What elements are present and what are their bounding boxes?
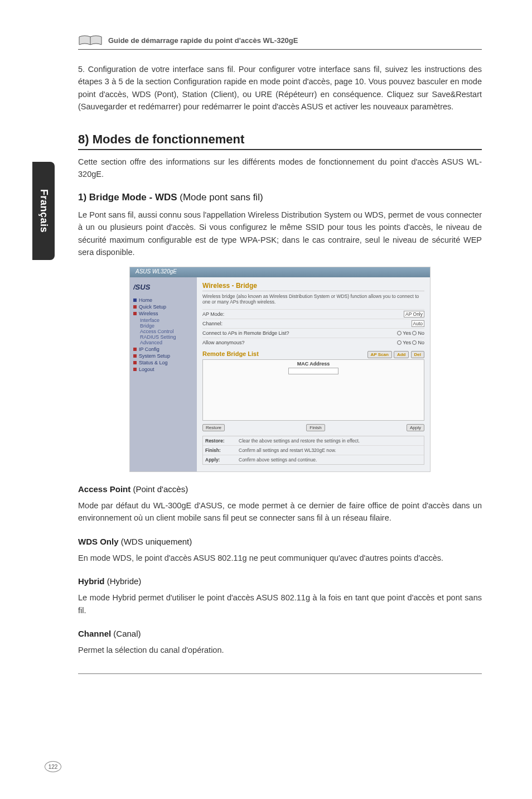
sidebar-item-interface[interactable]: Interface [133,317,194,323]
del-button[interactable]: Del [411,351,424,358]
header: Guide de démarrage rapide du point d'acc… [78,33,482,47]
asus-logo: /SUS [133,283,167,293]
sidebar-item-home[interactable]: Home [133,297,194,303]
wds-only-heading: WDS Only (WDS uniquement) [78,537,482,546]
table-row: Restore:Clear the above settings and res… [203,436,424,445]
dot-icon [133,348,137,351]
ss-row-channel: Channel: Auto [202,319,424,328]
wds-bold: WDS Only [78,537,119,546]
wds-only-para: En mode WDS, le point d'accès ASUS 802.1… [78,552,482,564]
hybrid-rest: (Hybride) [105,576,142,586]
language-tab: Français [32,162,55,260]
ss-title-text: ASUS WL320gE [130,267,430,275]
ss-apmode-label: AP Mode: [202,311,224,317]
footer-rule [78,673,482,674]
channel-bold: Channel [78,629,111,638]
page-number: 122 [49,764,58,770]
sidebar-item-wireless[interactable]: Wireless [133,311,194,316]
sidebar-item-label: Wireless [139,311,158,316]
radio-no[interactable] [412,331,417,335]
bridge-mode-heading: 1) Bridge Mode - WDS (Mode pont sans fil… [78,192,482,203]
ss-no-label: No [418,340,424,345]
hybrid-bold: Hybrid [78,576,105,586]
help-finish-label: Finish: [203,446,236,455]
channel-heading: Channel (Canal) [78,629,482,638]
ss-main-panel: Wireless - Bridge Wireless bridge (also … [197,277,430,471]
guide-title: Guide de démarrage rapide du point d'acc… [108,36,298,45]
sidebar-item-label: Home [139,297,152,303]
sidebar-item-radius[interactable]: RADIUS Setting [133,334,194,340]
paragraph-step5: 5. Configuration de votre interface sans… [78,63,482,113]
sidebar-item-ipconfig[interactable]: IP Config [133,346,194,352]
dot-icon [133,312,137,315]
sidebar-item-label: Status & Log [139,360,168,365]
table-row: Finish:Confirm all settings and restart … [203,445,424,455]
ss-mac-label: MAC Address [203,360,424,367]
sidebar-item-label: Quick Setup [139,304,166,310]
ss-channel-select[interactable]: Auto [412,321,425,326]
ap-rest: (Point d'accès) [130,484,188,494]
table-row: Apply:Confirm above settings and continu… [203,455,424,464]
ap-bold: Access Point [78,484,130,494]
ss-yes-label: Yes [403,340,411,345]
sidebar-item-access-control[interactable]: Access Control [133,329,194,334]
finish-button[interactable]: Finish [306,424,325,431]
ss-channel-label: Channel: [202,321,223,326]
ss-remote-heading: Remote Bridge List [202,350,259,357]
ss-bottom-buttons: Restore Finish Apply [202,424,424,431]
bridge-mode-bold: 1) Bridge Mode - WDS [78,192,177,203]
help-restore-label: Restore: [203,436,236,445]
ss-allow-label: Allow anonymous? [202,340,245,345]
book-icon [78,33,103,47]
help-apply-label: Apply: [203,455,236,464]
ss-remote-heading-row: Remote Bridge List AP Scan Add Del [202,350,424,357]
dot-icon [133,368,137,371]
section-8-intro: Cette section offre des informations sur… [78,156,482,181]
access-point-para: Mode par défaut du WL-300gE d'ASUS, ce m… [78,499,482,524]
bridge-mode-rest: (Mode pont sans fil) [177,192,263,203]
help-restore-text: Clear the above settings and restore the… [236,436,424,445]
sidebar-item-quick-setup[interactable]: Quick Setup [133,304,194,310]
ss-apmode-select[interactable]: AP Only [404,311,424,317]
radio-yes[interactable] [397,331,402,335]
header-rule [78,49,482,50]
hybrid-para: Le mode Hybrid permet d'utiliser le poin… [78,591,482,617]
radio-no[interactable] [412,340,417,345]
ss-main-desc: Wireless bridge (also known as Wireless … [202,293,424,305]
channel-para: Permet la sélection du canal d'opération… [78,644,482,656]
language-label: Français [38,189,50,233]
help-apply-text: Confirm above settings and continue. [236,455,424,464]
ss-row-allow: Allow anonymous? Yes No [202,338,424,347]
sidebar-item-system-setup[interactable]: System Setup [133,353,194,359]
access-point-heading: Access Point (Point d'accès) [78,484,482,494]
restore-button[interactable]: Restore [202,424,225,431]
router-ui-screenshot: ASUS WL320gE /SUS Home Quick Setup Wirel… [129,267,431,472]
radio-yes[interactable] [397,340,402,345]
sidebar-item-label: Logout [139,367,154,372]
add-button[interactable]: Add [394,351,409,358]
svg-text:/SUS: /SUS [133,283,151,291]
ss-apmode-value: AP Only [404,311,424,317]
ss-main-heading: Wireless - Bridge [202,282,424,291]
dot-icon [133,354,137,358]
dot-icon [133,299,137,302]
sidebar-item-label: IP Config [139,346,159,352]
sidebar-item-logout[interactable]: Logout [133,367,194,372]
ss-connect-radios: Yes No [397,330,424,336]
ss-no-label: No [418,330,424,336]
apply-button[interactable]: Apply [407,424,424,431]
dot-icon [133,305,137,309]
ss-row-connect: Connect to APs in Remote Bridge List? Ye… [202,328,424,338]
sidebar-item-bridge[interactable]: Bridge [133,323,194,329]
ap-scan-button[interactable]: AP Scan [367,351,392,358]
sidebar-item-status-log[interactable]: Status & Log [133,360,194,365]
page-number-badge: 122 [45,761,61,772]
ss-connect-label: Connect to APs in Remote Bridge List? [202,330,289,336]
sidebar-item-advanced[interactable]: Advanced [133,340,194,345]
mac-input[interactable] [288,368,338,374]
bridge-mode-para: Le Pont sans fil, aussi connu sous l'app… [78,209,482,259]
ss-mac-box: MAC Address [202,359,424,421]
hybrid-heading: Hybrid (Hybride) [78,576,482,586]
help-finish-text: Confirm all settings and restart WL320gE… [236,446,424,455]
sidebar-item-label: System Setup [139,353,170,359]
